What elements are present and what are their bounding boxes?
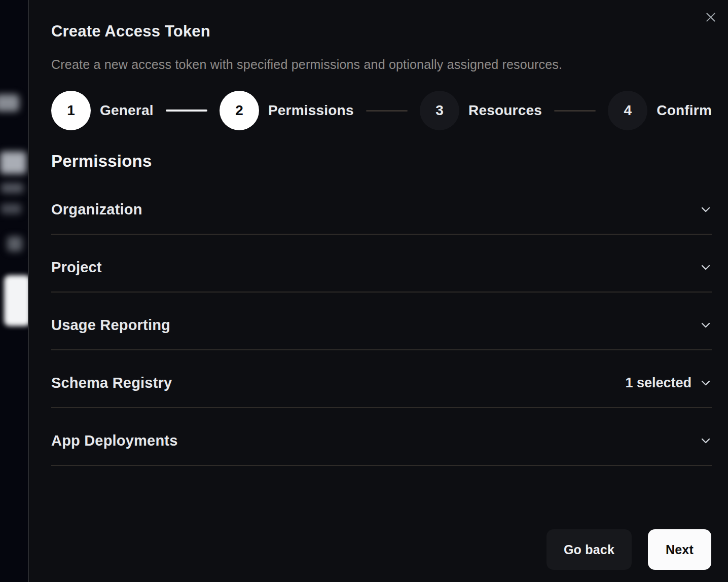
step-confirm[interactable]: 4 Confirm <box>608 91 712 130</box>
chevron-down-icon <box>700 319 712 331</box>
accordion-label: Usage Reporting <box>51 317 170 334</box>
accordion-right <box>700 261 712 273</box>
close-icon[interactable] <box>704 10 718 24</box>
modal-title: Create Access Token <box>51 22 712 41</box>
accordion-right <box>700 319 712 331</box>
step-permissions[interactable]: 2 Permissions <box>220 91 354 130</box>
selected-count-badge: 1 selected <box>625 375 691 391</box>
modal-subtitle: Create a new access token with specified… <box>51 57 712 72</box>
step-resources[interactable]: 3 Resources <box>420 91 542 130</box>
step-number-circle: 1 <box>51 91 91 130</box>
screen: Create Access Token Create a new access … <box>0 0 728 582</box>
step-label: Confirm <box>657 102 712 119</box>
step-number-circle: 3 <box>420 91 459 130</box>
step-label: Permissions <box>268 102 354 119</box>
chevron-down-icon <box>700 261 712 273</box>
accordion-label: App Deployments <box>51 432 178 449</box>
accordion-label: Organization <box>51 201 142 218</box>
permissions-heading: Permissions <box>51 152 712 171</box>
create-access-token-modal: Create Access Token Create a new access … <box>28 0 728 582</box>
chevron-down-icon <box>700 377 712 389</box>
next-button[interactable]: Next <box>648 529 711 570</box>
accordion-row-schema-registry[interactable]: Schema Registry 1 selected <box>51 350 712 408</box>
accordion-right: 1 selected <box>625 375 712 391</box>
background-page-strip <box>0 0 28 582</box>
step-label: General <box>100 102 154 119</box>
step-connector <box>366 110 408 112</box>
accordion-label: Project <box>51 259 102 276</box>
permissions-accordion: Organization Project Usage <box>51 177 712 466</box>
blurred-sidebar-item <box>1 204 21 214</box>
accordion-row-usage-reporting[interactable]: Usage Reporting <box>51 293 712 350</box>
accordion-right <box>700 203 712 215</box>
blurred-sidebar-item <box>0 152 26 174</box>
wizard-stepper: 1 General 2 Permissions 3 Resources 4 Co… <box>51 91 712 130</box>
blurred-sidebar-item <box>0 94 19 112</box>
accordion-row-organization[interactable]: Organization <box>51 177 712 235</box>
blurred-sidebar-item <box>1 183 23 193</box>
blurred-sidebar-item <box>7 236 22 251</box>
step-connector <box>166 110 207 112</box>
chevron-down-icon <box>700 434 712 447</box>
blurred-sidebar-button <box>4 275 28 326</box>
step-connector <box>554 110 596 112</box>
accordion-label: Schema Registry <box>51 375 172 391</box>
step-general[interactable]: 1 General <box>51 91 154 130</box>
chevron-down-icon <box>700 203 712 215</box>
go-back-button[interactable]: Go back <box>547 529 632 570</box>
step-label: Resources <box>468 102 542 119</box>
step-number-circle: 2 <box>220 91 259 130</box>
step-number-circle: 4 <box>608 91 647 130</box>
accordion-row-project[interactable]: Project <box>51 235 712 293</box>
accordion-right <box>700 434 712 447</box>
accordion-row-app-deployments[interactable]: App Deployments <box>51 408 712 466</box>
modal-footer: Go back Next <box>547 529 711 570</box>
